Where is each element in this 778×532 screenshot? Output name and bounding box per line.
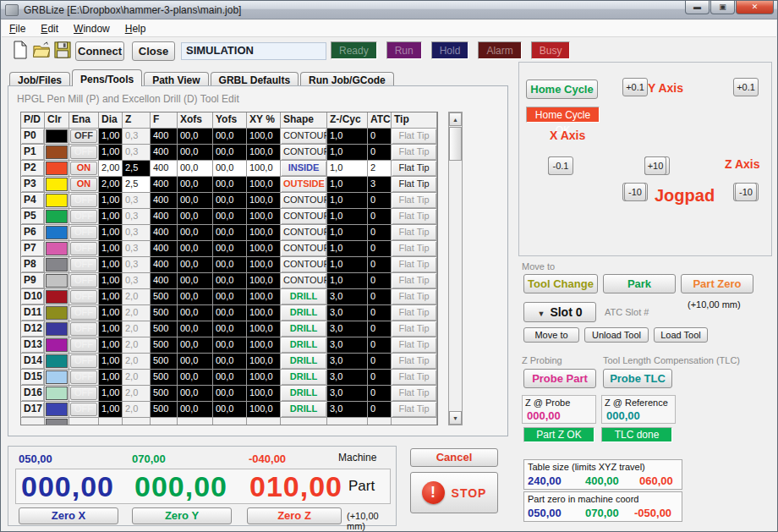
probe-part-button[interactable]: Probe Part	[523, 369, 596, 388]
dia-cell[interactable]: 1,00	[99, 193, 123, 209]
xy-cell[interactable]: 100,0	[247, 386, 281, 402]
tip-button[interactable]: Flat Tip	[392, 257, 437, 273]
shape-button[interactable]: CONTOUR	[281, 209, 327, 225]
atc-cell[interactable]: 0	[368, 241, 392, 257]
color-cell[interactable]	[45, 370, 69, 386]
enable-toggle[interactable]: OFF	[70, 354, 97, 368]
pen-id[interactable]: P1	[21, 145, 45, 161]
tip-button[interactable]: Flat Tip	[392, 305, 437, 321]
dia-cell[interactable]: 1,00	[99, 370, 123, 386]
zcyc-cell[interactable]: 1,0	[327, 129, 368, 145]
shape-button[interactable]: DRILL	[281, 386, 327, 402]
connect-button[interactable]: Connect	[75, 41, 124, 61]
f-cell[interactable]: 400	[151, 225, 178, 241]
pen-id[interactable]: D17	[21, 402, 45, 418]
xofs-cell[interactable]: 00,0	[178, 209, 213, 225]
xofs-cell[interactable]: 00,0	[178, 402, 213, 418]
jog-x-plus10[interactable]: +10	[644, 156, 666, 175]
xofs-cell[interactable]: 00,0	[178, 337, 213, 354]
shape-button[interactable]: CONTOUR	[281, 129, 327, 145]
slot-dropdown[interactable]: ▼Slot 0	[523, 302, 596, 322]
yofs-cell[interactable]: 00,0	[213, 305, 247, 321]
tip-button[interactable]: Flat Tip	[392, 354, 437, 370]
atc-cell[interactable]: 0	[368, 209, 392, 225]
enable-toggle[interactable]: OFF	[70, 258, 97, 271]
load-tool-button[interactable]: Load Tool	[654, 327, 708, 343]
zcyc-cell[interactable]: 3,0	[327, 289, 368, 305]
pen-id[interactable]: P9	[21, 273, 45, 289]
xofs-cell[interactable]: 00,0	[178, 273, 213, 289]
stop-button[interactable]: ! STOP	[410, 472, 498, 513]
zero-z-button[interactable]: Zero Z	[247, 507, 342, 524]
dia-cell[interactable]: 1,00	[99, 225, 123, 241]
f-cell[interactable]: 500	[151, 402, 178, 418]
xy-cell[interactable]: 100,0	[247, 257, 281, 273]
xofs-cell[interactable]: 00,0	[178, 177, 213, 193]
z-cell[interactable]: 2,0	[123, 337, 151, 354]
move-to-button[interactable]: Move to	[523, 327, 579, 343]
enable-toggle[interactable]: OFF	[70, 387, 97, 400]
pen-id[interactable]: D11	[21, 305, 45, 321]
dia-cell[interactable]: 1,00	[99, 257, 123, 273]
f-cell[interactable]: 500	[151, 305, 178, 321]
yofs-cell[interactable]: 00,0	[213, 337, 247, 354]
jog-x-minus0p1[interactable]: -0.1	[548, 156, 573, 175]
zcyc-cell[interactable]: 3,0	[327, 354, 368, 370]
zcyc-cell[interactable]: 1,0	[327, 241, 368, 257]
tip-button[interactable]: Flat Tip	[392, 145, 437, 161]
shape-button[interactable]: CONTOUR	[281, 225, 327, 241]
f-cell[interactable]: 400	[151, 209, 178, 225]
color-cell[interactable]	[45, 354, 69, 370]
color-cell[interactable]	[45, 177, 69, 193]
xofs-cell[interactable]: 00,0	[178, 241, 213, 257]
atc-cell[interactable]: 0	[368, 257, 392, 273]
zcyc-cell[interactable]: 3,0	[327, 402, 368, 418]
pen-id[interactable]: D13	[21, 337, 45, 354]
enable-toggle[interactable]: OFF	[70, 194, 97, 207]
dia-cell[interactable]: 1,00	[99, 145, 123, 161]
color-cell[interactable]	[45, 337, 69, 354]
color-cell[interactable]	[45, 289, 69, 305]
dia-cell[interactable]: 1,00	[99, 209, 123, 225]
xy-cell[interactable]: 100,0	[247, 305, 281, 321]
pen-id[interactable]: D14	[21, 354, 45, 370]
yofs-cell[interactable]: 00,0	[213, 177, 247, 193]
park-button[interactable]: Park	[603, 274, 676, 293]
shape-button[interactable]: OUTSIDE	[281, 177, 327, 193]
xy-cell[interactable]: 100,0	[247, 177, 281, 193]
atc-cell[interactable]: 2	[368, 161, 392, 177]
dia-cell[interactable]: 1,00	[99, 354, 123, 370]
f-cell[interactable]: 400	[151, 241, 178, 257]
yofs-cell[interactable]: 00,0	[213, 257, 247, 273]
pen-id[interactable]: P2	[21, 161, 45, 177]
zcyc-cell[interactable]: 1,0	[327, 273, 368, 289]
pen-id[interactable]: P5	[21, 209, 45, 225]
menu-edit[interactable]: Edit	[33, 21, 66, 36]
pen-id[interactable]: P4	[21, 193, 45, 209]
color-cell[interactable]	[45, 402, 69, 418]
tab-run-job-gcode[interactable]: Run Job/GCode	[300, 72, 394, 86]
maximize-icon[interactable]: ▣	[710, 1, 735, 14]
z-cell[interactable]: 2,0	[123, 386, 151, 402]
shape-button[interactable]: CONTOUR	[281, 241, 327, 257]
shape-button[interactable]: DRILL	[281, 337, 327, 354]
atc-cell[interactable]: 0	[368, 289, 392, 305]
grid-scrollbar[interactable]: ▲ ▼	[448, 112, 463, 425]
tip-button[interactable]: Flat Tip	[392, 129, 437, 145]
color-cell[interactable]	[45, 225, 69, 241]
color-cell[interactable]	[45, 273, 69, 289]
jog-z-minus10[interactable]: -10	[735, 183, 757, 201]
xy-cell[interactable]: 100,0	[247, 289, 281, 305]
menu-window[interactable]: Window	[66, 21, 118, 36]
f-cell[interactable]: 500	[151, 386, 178, 402]
yofs-cell[interactable]: 00,0	[213, 145, 247, 161]
z-cell[interactable]: 0,3	[123, 257, 151, 273]
zcyc-cell[interactable]: 3,0	[327, 337, 368, 354]
tip-button[interactable]: Flat Tip	[392, 289, 437, 305]
jog-y-minus10[interactable]: -10	[624, 183, 646, 201]
color-cell[interactable]	[45, 386, 69, 402]
close-connection-button[interactable]: Close	[132, 41, 175, 61]
pen-id[interactable]: D15	[21, 370, 45, 386]
color-cell[interactable]	[45, 209, 69, 225]
tab-pens-tools[interactable]: Pens/Tools	[72, 69, 142, 86]
